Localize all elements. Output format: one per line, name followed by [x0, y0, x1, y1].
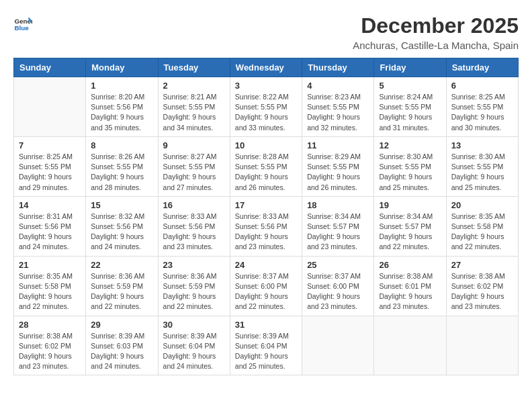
day-info: Sunrise: 8:37 AMSunset: 6:00 PMDaylight:… — [235, 271, 297, 312]
day-info: Sunrise: 8:30 AMSunset: 5:55 PMDaylight:… — [451, 152, 513, 193]
day-info: Sunrise: 8:39 AMSunset: 6:04 PMDaylight:… — [235, 331, 297, 372]
calendar-cell: 17Sunrise: 8:33 AMSunset: 5:56 PMDayligh… — [230, 196, 302, 256]
day-number: 9 — [163, 140, 225, 150]
day-info: Sunrise: 8:25 AMSunset: 5:55 PMDaylight:… — [19, 152, 81, 193]
weekday-header-row: SundayMondayTuesdayWednesdayThursdayFrid… — [14, 58, 519, 77]
day-number: 20 — [451, 200, 513, 210]
day-info: Sunrise: 8:33 AMSunset: 5:56 PMDaylight:… — [235, 212, 297, 253]
week-row-3: 14Sunrise: 8:31 AMSunset: 5:56 PMDayligh… — [14, 196, 519, 256]
day-number: 11 — [307, 140, 369, 150]
calendar-cell: 2Sunrise: 8:21 AMSunset: 5:55 PMDaylight… — [158, 77, 230, 137]
day-number: 12 — [379, 140, 441, 150]
calendar-cell: 30Sunrise: 8:39 AMSunset: 6:04 PMDayligh… — [158, 316, 230, 375]
day-number: 21 — [19, 260, 81, 270]
day-info: Sunrise: 8:32 AMSunset: 5:56 PMDaylight:… — [91, 212, 152, 253]
day-number: 30 — [163, 320, 225, 330]
calendar-cell: 20Sunrise: 8:35 AMSunset: 5:58 PMDayligh… — [446, 196, 518, 256]
day-info: Sunrise: 8:37 AMSunset: 6:00 PMDaylight:… — [307, 271, 369, 312]
week-row-4: 21Sunrise: 8:35 AMSunset: 5:58 PMDayligh… — [14, 256, 519, 316]
day-number: 28 — [19, 320, 81, 330]
day-number: 3 — [235, 81, 297, 91]
calendar-cell: 22Sunrise: 8:36 AMSunset: 5:59 PMDayligh… — [86, 256, 158, 316]
weekday-header-sunday: Sunday — [14, 58, 86, 77]
calendar-cell — [446, 316, 518, 375]
day-info: Sunrise: 8:34 AMSunset: 5:57 PMDaylight:… — [307, 212, 369, 253]
day-info: Sunrise: 8:27 AMSunset: 5:55 PMDaylight:… — [163, 152, 225, 193]
calendar-cell: 19Sunrise: 8:34 AMSunset: 5:57 PMDayligh… — [374, 196, 446, 256]
weekday-header-monday: Monday — [86, 58, 158, 77]
weekday-header-tuesday: Tuesday — [158, 58, 230, 77]
day-info: Sunrise: 8:23 AMSunset: 5:55 PMDaylight:… — [307, 92, 369, 133]
calendar-cell — [302, 316, 374, 375]
day-info: Sunrise: 8:33 AMSunset: 5:56 PMDaylight:… — [163, 212, 225, 253]
calendar-cell: 28Sunrise: 8:38 AMSunset: 6:02 PMDayligh… — [14, 316, 86, 375]
day-info: Sunrise: 8:29 AMSunset: 5:55 PMDaylight:… — [307, 152, 369, 193]
day-number: 14 — [19, 200, 81, 210]
day-info: Sunrise: 8:35 AMSunset: 5:58 PMDaylight:… — [451, 212, 513, 253]
calendar-cell: 14Sunrise: 8:31 AMSunset: 5:56 PMDayligh… — [14, 196, 86, 256]
page-header: General Blue December 2025 Anchuras, Cas… — [13, 13, 519, 51]
day-number: 10 — [235, 140, 297, 150]
calendar-cell: 29Sunrise: 8:39 AMSunset: 6:03 PMDayligh… — [86, 316, 158, 375]
day-number: 19 — [379, 200, 441, 210]
weekday-header-wednesday: Wednesday — [230, 58, 302, 77]
calendar-cell: 12Sunrise: 8:30 AMSunset: 5:55 PMDayligh… — [374, 136, 446, 196]
day-info: Sunrise: 8:35 AMSunset: 5:58 PMDaylight:… — [19, 271, 81, 312]
day-number: 27 — [451, 260, 513, 270]
calendar-cell: 21Sunrise: 8:35 AMSunset: 5:58 PMDayligh… — [14, 256, 86, 316]
day-number: 29 — [91, 320, 152, 330]
calendar-cell: 10Sunrise: 8:28 AMSunset: 5:55 PMDayligh… — [230, 136, 302, 196]
day-number: 6 — [451, 81, 513, 91]
day-info: Sunrise: 8:38 AMSunset: 6:01 PMDaylight:… — [379, 271, 441, 312]
day-info: Sunrise: 8:30 AMSunset: 5:55 PMDaylight:… — [379, 152, 441, 193]
calendar-cell: 1Sunrise: 8:20 AMSunset: 5:56 PMDaylight… — [86, 77, 158, 137]
weekday-header-thursday: Thursday — [302, 58, 374, 77]
day-info: Sunrise: 8:28 AMSunset: 5:55 PMDaylight:… — [235, 152, 297, 193]
calendar-cell — [374, 316, 446, 375]
calendar-cell: 15Sunrise: 8:32 AMSunset: 5:56 PMDayligh… — [86, 196, 158, 256]
day-number: 17 — [235, 200, 297, 210]
calendar-cell: 13Sunrise: 8:30 AMSunset: 5:55 PMDayligh… — [446, 136, 518, 196]
calendar-cell: 11Sunrise: 8:29 AMSunset: 5:55 PMDayligh… — [302, 136, 374, 196]
calendar-cell: 25Sunrise: 8:37 AMSunset: 6:00 PMDayligh… — [302, 256, 374, 316]
svg-text:Blue: Blue — [14, 24, 29, 32]
calendar-cell: 3Sunrise: 8:22 AMSunset: 5:55 PMDaylight… — [230, 77, 302, 137]
calendar-cell: 18Sunrise: 8:34 AMSunset: 5:57 PMDayligh… — [302, 196, 374, 256]
day-info: Sunrise: 8:39 AMSunset: 6:03 PMDaylight:… — [91, 331, 152, 372]
day-number: 2 — [163, 81, 225, 91]
day-number: 8 — [91, 140, 152, 150]
day-number: 18 — [307, 200, 369, 210]
day-info: Sunrise: 8:22 AMSunset: 5:55 PMDaylight:… — [235, 92, 297, 133]
logo: General Blue — [13, 13, 32, 32]
day-number: 24 — [235, 260, 297, 270]
calendar-cell: 8Sunrise: 8:26 AMSunset: 5:55 PMDaylight… — [86, 136, 158, 196]
day-info: Sunrise: 8:36 AMSunset: 5:59 PMDaylight:… — [163, 271, 225, 312]
calendar-cell: 16Sunrise: 8:33 AMSunset: 5:56 PMDayligh… — [158, 196, 230, 256]
day-number: 15 — [91, 200, 152, 210]
calendar-table: SundayMondayTuesdayWednesdayThursdayFrid… — [13, 58, 519, 375]
day-number: 26 — [379, 260, 441, 270]
calendar-cell: 27Sunrise: 8:38 AMSunset: 6:02 PMDayligh… — [446, 256, 518, 316]
calendar-cell — [14, 77, 86, 137]
day-number: 22 — [91, 260, 152, 270]
logo-icon: General Blue — [13, 13, 32, 32]
calendar-cell: 26Sunrise: 8:38 AMSunset: 6:01 PMDayligh… — [374, 256, 446, 316]
day-info: Sunrise: 8:38 AMSunset: 6:02 PMDaylight:… — [451, 271, 513, 312]
calendar-cell: 9Sunrise: 8:27 AMSunset: 5:55 PMDaylight… — [158, 136, 230, 196]
calendar-cell: 31Sunrise: 8:39 AMSunset: 6:04 PMDayligh… — [230, 316, 302, 375]
day-number: 1 — [91, 81, 152, 91]
day-number: 25 — [307, 260, 369, 270]
day-number: 31 — [235, 320, 297, 330]
day-info: Sunrise: 8:38 AMSunset: 6:02 PMDaylight:… — [19, 331, 81, 372]
day-info: Sunrise: 8:31 AMSunset: 5:56 PMDaylight:… — [19, 212, 81, 253]
day-number: 23 — [163, 260, 225, 270]
week-row-2: 7Sunrise: 8:25 AMSunset: 5:55 PMDaylight… — [14, 136, 519, 196]
day-number: 4 — [307, 81, 369, 91]
day-info: Sunrise: 8:21 AMSunset: 5:55 PMDaylight:… — [163, 92, 225, 133]
day-info: Sunrise: 8:39 AMSunset: 6:04 PMDaylight:… — [163, 331, 225, 372]
day-number: 7 — [19, 140, 81, 150]
week-row-5: 28Sunrise: 8:38 AMSunset: 6:02 PMDayligh… — [14, 316, 519, 375]
calendar-cell: 4Sunrise: 8:23 AMSunset: 5:55 PMDaylight… — [302, 77, 374, 137]
day-info: Sunrise: 8:20 AMSunset: 5:56 PMDaylight:… — [91, 92, 152, 133]
day-info: Sunrise: 8:25 AMSunset: 5:55 PMDaylight:… — [451, 92, 513, 133]
